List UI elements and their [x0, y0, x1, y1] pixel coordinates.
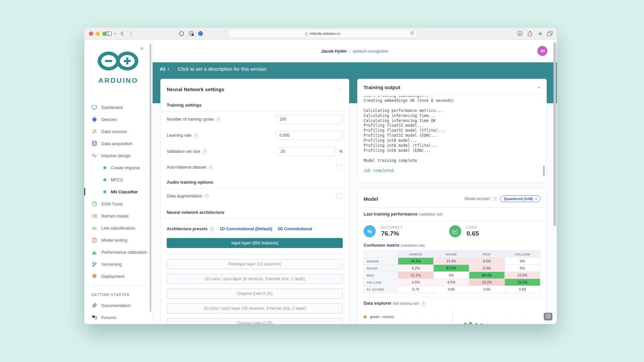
new-tab-icon[interactable] [537, 30, 543, 37]
scatter-point[interactable] [480, 323, 483, 324]
auto-balance-checkbox[interactable] [336, 164, 342, 170]
browser-titlebar: mltools.arduino.cc [84, 27, 557, 40]
kebab-menu-icon[interactable]: ⋮ [338, 86, 343, 92]
downloads-icon[interactable] [517, 30, 523, 37]
version-description[interactable]: Click to set a description for this vers… [178, 66, 266, 72]
help-icon[interactable]: ? [216, 117, 221, 122]
training-output-panel: Training output ▲ Start creating embeddi… [357, 79, 547, 183]
help-icon[interactable]: ? [210, 227, 214, 231]
input-layer-button[interactable]: Input layer (650 features) [167, 238, 343, 248]
console-line: Calculating inferencing time... [364, 113, 540, 118]
layer-conv2[interactable]: 1D conv / pool layer (16 neurons, 3 kern… [167, 303, 343, 313]
sidebar-item-forums[interactable]: Forums [84, 311, 152, 323]
breadcrumb-user[interactable]: Jacob Hylén [321, 49, 347, 54]
console-line: Calculating performance metrics... [364, 108, 540, 113]
version-number[interactable]: #1 [160, 66, 166, 72]
learning-rate-input[interactable] [276, 131, 343, 140]
sidebar-item-versioning[interactable]: Versioning [84, 258, 152, 270]
sidebar-item-create-impulse[interactable]: Create impulse [84, 162, 152, 174]
scatter-point[interactable] [469, 322, 472, 324]
matrix-cell: 18.2% [469, 279, 505, 286]
explorer-legend: green - correct [364, 315, 394, 319]
matrix-cell: 9.5% [469, 258, 505, 265]
section-architecture: Neural network architecture [161, 210, 349, 219]
line-chart-icon [449, 225, 461, 237]
sidebar-item-performance-calibration[interactable]: Performance calibration [84, 246, 152, 258]
help-icon[interactable]: ? [205, 194, 209, 198]
sidebar-item-live-classification[interactable]: Live classification [84, 222, 152, 234]
shield-icon[interactable] [179, 30, 184, 37]
sidebar-item-nn-classifier[interactable]: NN Classifier [84, 186, 152, 198]
help-icon[interactable]: ? [203, 149, 207, 154]
data-explorer-header: Data explorer (full training set)? [364, 301, 540, 306]
sidebar-item-dashboard[interactable]: Dashboard [84, 101, 152, 113]
help-icon[interactable]: ? [209, 165, 213, 170]
layer-reshape[interactable]: Reshape layer (13 columns) [167, 259, 343, 269]
address-bar[interactable]: mltools.arduino.cc [228, 30, 417, 37]
confusion-header: Confusion matrix (validation set) [364, 243, 540, 248]
training-cycles-input[interactable] [276, 115, 343, 124]
arduino-wordmark: ARDUINO [93, 76, 144, 84]
share-icon[interactable] [527, 30, 533, 37]
arduino-logo[interactable]: ® ARDUINO [93, 48, 144, 84]
sidebar-item-deployment[interactable]: Deployment [84, 270, 152, 282]
sidebar-scrollbar[interactable] [150, 44, 151, 312]
sidebar-item-mfcc[interactable]: MFCC [84, 174, 152, 186]
tab-overview-icon[interactable] [546, 30, 553, 37]
url-text: mltools.arduino.cc [310, 32, 341, 36]
panel-title: Training output [364, 84, 400, 90]
preset-1d-link[interactable]: 1D Convolutional (Default) [220, 227, 272, 231]
avatar[interactable]: JH [537, 46, 547, 56]
legend-label: green - correct [370, 315, 394, 319]
field-label: Data augmentation [167, 194, 202, 198]
model-version-dropdown[interactable]: Quantized (int8) ▾ [500, 195, 540, 202]
sidebar-item-documentation[interactable]: Documentation [84, 299, 152, 311]
close-window-button[interactable] [89, 32, 93, 36]
data-explorer-chart[interactable]: green - correct [364, 309, 540, 324]
data-augmentation-checkbox[interactable] [336, 193, 342, 199]
sidebar-item-model-testing[interactable]: Model testing [84, 234, 152, 246]
minimize-window-button[interactable] [96, 32, 100, 36]
forward-icon[interactable] [128, 30, 134, 37]
field-validation-size: Validation set size? % [167, 143, 343, 160]
matrix-cell: 8.3% [469, 265, 505, 272]
breadcrumb-project[interactable]: speech-recognizer [353, 49, 388, 54]
collapse-icon[interactable]: ▲ [538, 86, 540, 89]
sidebar-item-impulse-design[interactable]: Impulse design [84, 149, 152, 162]
extension-orb-icon[interactable] [198, 30, 204, 37]
matrix-row-f1: F1 SCORE 0.74 0.86 0.65 0.80 [364, 286, 540, 293]
console-output[interactable]: Start creating embeddings... Creating em… [364, 96, 540, 178]
divider [358, 297, 546, 297]
preset-2d-link[interactable]: 2D Convolutional [278, 227, 312, 231]
scatter-point[interactable] [475, 323, 478, 324]
sidebar-toggle-icon[interactable] [105, 30, 112, 37]
console-scrollbar[interactable] [543, 166, 545, 176]
back-icon[interactable] [119, 30, 124, 37]
console-line [364, 153, 540, 158]
chevron-down-icon[interactable] [114, 30, 117, 37]
help-icon[interactable]: ? [421, 302, 426, 306]
reload-icon[interactable] [410, 31, 414, 36]
sidebar-item-data-sources[interactable]: Data sources [84, 125, 152, 137]
sidebar-item-retrain-model[interactable]: Retrain model [84, 210, 152, 222]
console-line: Creating embeddings OK (took 6 seconds) [364, 98, 540, 103]
sidebar-item-devices[interactable]: Devices [84, 113, 152, 125]
layer-conv1[interactable]: 1D conv / pool layer (8 neurons, 3 kerne… [167, 274, 343, 284]
help-icon[interactable]: ? [493, 197, 497, 201]
waveform-icon [92, 153, 97, 158]
arduino-infinity-icon [95, 48, 142, 74]
architecture-presets: Architecture presets? 1D Convolutional (… [167, 225, 343, 233]
layer-dropout2[interactable]: Dropout (rate 0.25) [167, 318, 343, 324]
page-scrollbar[interactable] [553, 42, 556, 226]
feedback-button[interactable] [544, 313, 552, 320]
matrix-header-row: GREEN NOISE RED YELLOW [364, 251, 540, 258]
sidebar-item-data-acquisition[interactable]: Data acquisition [84, 137, 152, 149]
chevron-down-icon[interactable]: ▾ [168, 67, 169, 71]
privacy-badge-icon[interactable] [188, 30, 194, 37]
scatter-point[interactable] [464, 323, 467, 324]
sidebar-item-eon-tuner[interactable]: EON Tuner [84, 198, 152, 210]
matrix-cell: 0% [505, 258, 540, 265]
help-icon[interactable]: ? [194, 133, 198, 138]
validation-size-input[interactable] [277, 147, 336, 156]
layer-dropout1[interactable]: Dropout (rate 0.25) [167, 289, 343, 299]
